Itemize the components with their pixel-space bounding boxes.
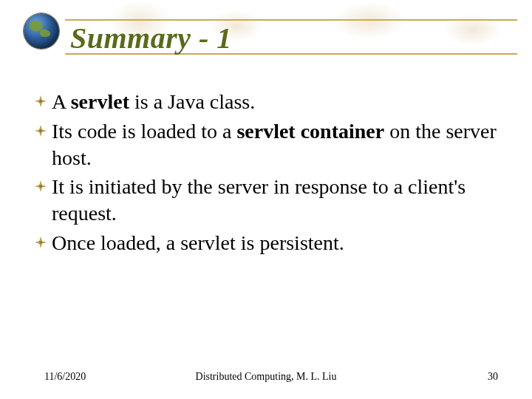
footer-date: 11/6/2020: [44, 371, 86, 383]
globe-icon: [24, 13, 59, 49]
slide-body: A servlet is a Java class. Its code is l…: [34, 89, 502, 259]
text-segment: Once loaded, a servlet is persistent.: [52, 231, 344, 254]
bullet-item: It is initiated by the server in respons…: [34, 174, 502, 227]
footer-source: Distributed Computing, M. L. Liu: [196, 371, 337, 383]
bullet-item: A servlet is a Java class.: [34, 89, 502, 115]
svg-point-3: [39, 129, 42, 132]
text-segment: It is initiated by the server in respons…: [52, 175, 466, 225]
svg-point-1: [39, 100, 42, 103]
slide-title: Summary - 1: [70, 21, 232, 55]
svg-point-5: [39, 185, 42, 188]
bold-segment: servlet container: [236, 120, 384, 143]
bullet-text: It is initiated by the server in respons…: [52, 174, 502, 227]
bullet-item: Its code is loaded to a servlet containe…: [34, 118, 502, 171]
text-segment: A: [52, 90, 71, 113]
text-segment: is a Java class.: [129, 90, 255, 113]
compass-bullet-icon: [34, 180, 47, 193]
bold-segment: servlet: [71, 90, 129, 113]
bullet-text: A servlet is a Java class.: [52, 89, 255, 115]
bullet-item: Once loaded, a servlet is persistent.: [34, 230, 502, 256]
bullet-text: Once loaded, a servlet is persistent.: [52, 230, 344, 256]
text-segment: Its code is loaded to a: [52, 120, 236, 143]
bullet-text: Its code is loaded to a servlet containe…: [52, 118, 502, 171]
footer-page-number: 30: [488, 371, 498, 383]
svg-point-7: [39, 241, 42, 244]
compass-bullet-icon: [34, 95, 47, 108]
compass-bullet-icon: [34, 124, 47, 137]
slide-footer: 11/6/2020 Distributed Computing, M. L. L…: [0, 371, 532, 383]
compass-bullet-icon: [34, 236, 47, 249]
